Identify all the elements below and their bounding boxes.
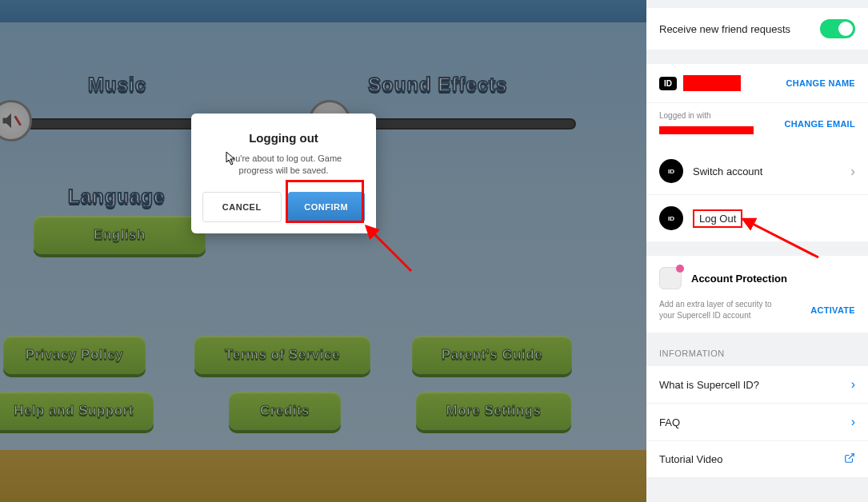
supercell-id-sidebar: Receive new friend requests ID CHANGE NA… (646, 0, 868, 502)
tutorial-row[interactable]: Tutorial Video (646, 441, 868, 478)
chevron-right-icon: › (851, 377, 855, 392)
faq-label: FAQ (659, 416, 680, 428)
friend-requests-toggle[interactable] (820, 19, 855, 38)
chevron-right-icon: › (850, 163, 855, 180)
shield-icon (659, 267, 682, 289)
change-email-link[interactable]: CHANGE EMAIL (784, 119, 855, 129)
switch-account-label: Switch account (693, 165, 762, 177)
email-value-redacted (659, 126, 754, 134)
id-badge: ID (659, 77, 677, 90)
modal-title: Logging out (202, 131, 365, 145)
what-is-row[interactable]: What is Supercell ID? › (646, 366, 868, 404)
switch-account-row[interactable]: ID Switch account › (646, 148, 868, 195)
chevron-right-icon: › (851, 415, 855, 429)
id-value-redacted (683, 75, 741, 91)
external-link-icon (844, 452, 855, 466)
logout-row[interactable]: ID Log Out (646, 195, 868, 241)
protection-description: Add an extra layer of security to your S… (659, 299, 787, 321)
modal-backdrop (0, 0, 646, 502)
id-row: ID CHANGE NAME (646, 64, 868, 103)
information-header: INFORMATION (646, 333, 868, 366)
protection-title: Account Protection (691, 273, 787, 285)
confirm-button[interactable]: CONFIRM (288, 192, 366, 222)
cancel-button[interactable]: CANCEL (202, 192, 282, 222)
logout-label: Log Out (693, 209, 742, 228)
email-row: Logged in with CHANGE EMAIL (646, 103, 868, 148)
modal-body: You're about to log out. Game progress w… (202, 153, 365, 177)
faq-row[interactable]: FAQ › (646, 404, 868, 441)
account-protection-section: Account Protection Add an extra layer of… (646, 256, 868, 333)
tutorial-label: Tutorial Video (659, 453, 723, 465)
friend-requests-label: Receive new friend requests (659, 23, 790, 35)
logged-in-label: Logged in with (659, 111, 754, 120)
friend-requests-row: Receive new friend requests (646, 8, 868, 50)
activate-link[interactable]: ACTIVATE (810, 305, 855, 315)
logout-modal: Logging out You're about to log out. Gam… (191, 114, 376, 233)
logout-icon: ID (659, 206, 683, 230)
change-name-link[interactable]: CHANGE NAME (786, 78, 855, 88)
what-is-label: What is Supercell ID? (659, 379, 759, 391)
svg-line-3 (849, 454, 854, 459)
switch-account-icon: ID (659, 159, 683, 183)
